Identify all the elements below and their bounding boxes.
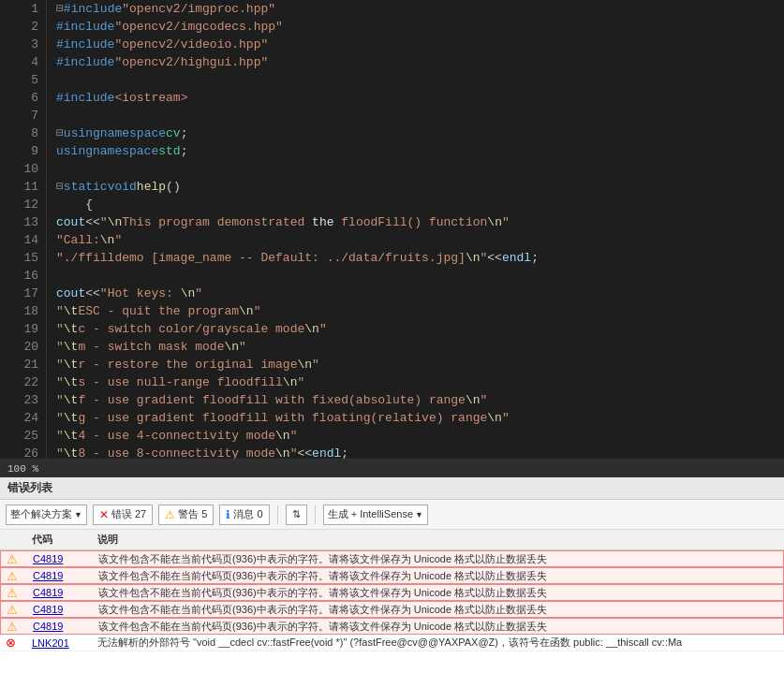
- build-selector[interactable]: 生成 + IntelliSense ▼: [323, 505, 428, 525]
- line-num-12: 12: [10, 196, 38, 213]
- info-count-label: 消息 0: [233, 507, 262, 521]
- build-chevron-icon: ▼: [415, 510, 423, 519]
- line-num-2: 2: [10, 18, 38, 36]
- code-line-18: "\tESC - quit the program\n": [56, 302, 784, 320]
- error-panel-header: 错误列表: [0, 477, 784, 500]
- scope-chevron-icon: ▼: [74, 510, 82, 519]
- line-num-3: 3: [10, 36, 38, 53]
- info-filter-button[interactable]: ℹ 消息 0: [219, 505, 269, 525]
- code-content[interactable]: ⊟#include "opencv2/imgproc.hpp" #include…: [47, 0, 784, 459]
- line-num-10: 10: [10, 160, 38, 178]
- code-line-26: "\t8 - use 8-connectivity mode\n" << end…: [56, 445, 784, 459]
- code-line-17: cout << "Hot keys: \n": [56, 285, 784, 302]
- line-num-21: 21: [10, 356, 38, 373]
- error-row-4[interactable]: ⚠ C4819 该文件包含不能在当前代码页(936)中表示的字符。请将该文件保存…: [0, 601, 784, 618]
- row6-icon: ⊗: [0, 636, 28, 650]
- code-editor: 1 2 3 4 5 6 7 8 9 10 11 12 13 14 15 16 1…: [0, 0, 784, 477]
- line-num-19: 19: [10, 320, 38, 338]
- line-num-14: 14: [10, 231, 38, 249]
- zoom-bar: 100 %: [0, 459, 784, 477]
- row1-desc: 该文件包含不能在当前代码页(936)中表示的字符。请将该文件保存为 Unicod…: [95, 552, 783, 566]
- line-num-15: 15: [10, 249, 38, 267]
- code-line-23: "\tf - use gradient floodfill with fixed…: [56, 391, 784, 409]
- row2-code[interactable]: C4819: [29, 570, 95, 581]
- error-panel: 错误列表 整个解决方案 ▼ ✕ 错误 27 ⚠ 警告 5 ℹ 消息 0 ⇅ 生成…: [0, 477, 784, 673]
- line-num-18: 18: [10, 302, 38, 320]
- row5-code[interactable]: C4819: [29, 621, 95, 632]
- info-icon: ℹ: [226, 508, 230, 521]
- warning-filter-button[interactable]: ⚠ 警告 5: [158, 505, 214, 525]
- row3-code[interactable]: C4819: [29, 587, 95, 598]
- line-num-5: 5: [10, 71, 38, 89]
- line-num-13: 13: [10, 213, 38, 231]
- code-line-5: [56, 71, 784, 89]
- row4-code[interactable]: C4819: [29, 604, 95, 615]
- row5-desc: 该文件包含不能在当前代码页(936)中表示的字符。请将该文件保存为 Unicod…: [95, 620, 783, 634]
- code-line-15: "./ffilldemo [image_name -- Default: ../…: [56, 249, 784, 267]
- col-code-header: 代码: [28, 533, 94, 547]
- code-line-25: "\t4 - use 4-connectivity mode\n": [56, 427, 784, 445]
- line-num-24: 24: [10, 409, 38, 427]
- error-filter-button[interactable]: ✕ 错误 27: [93, 505, 153, 525]
- code-line-20: "\tm - switch mask mode\n": [56, 338, 784, 356]
- code-line-14: "Call:\n": [56, 231, 784, 249]
- col-desc-header: 说明: [94, 533, 784, 547]
- line-num-20: 20: [10, 338, 38, 356]
- line-num-1: 1: [10, 0, 38, 18]
- line-num-4: 4: [10, 53, 38, 71]
- line-num-17: 17: [10, 285, 38, 302]
- toolbar-separator-2: [315, 505, 316, 524]
- line-num-23: 23: [10, 391, 38, 409]
- error-icon: ✕: [99, 508, 109, 521]
- line-num-25: 25: [10, 427, 38, 445]
- error-row-6[interactable]: ⊗ LNK201 无法解析的外部符号 "void __cdecl cv::fas…: [0, 635, 784, 651]
- error-table: 代码 说明 ⚠ C4819 该文件包含不能在当前代码页(936)中表示的字符。请…: [0, 530, 784, 673]
- code-line-22: "\ts - use null-range floodfill\n": [56, 373, 784, 391]
- line-num-26: 26: [10, 445, 38, 459]
- error-table-header: 代码 说明: [0, 530, 784, 550]
- line-num-7: 7: [10, 107, 38, 124]
- code-line-7: [56, 107, 784, 124]
- error-row-3[interactable]: ⚠ C4819 该文件包含不能在当前代码页(936)中表示的字符。请将该文件保存…: [0, 584, 784, 601]
- row1-icon: ⚠: [1, 552, 29, 566]
- line-num-9: 9: [10, 142, 38, 160]
- row2-icon: ⚠: [1, 569, 29, 583]
- row4-desc: 该文件包含不能在当前代码页(936)中表示的字符。请将该文件保存为 Unicod…: [95, 603, 783, 617]
- row3-icon: ⚠: [1, 586, 29, 600]
- code-line-4: #include "opencv2/highgui.hpp": [56, 53, 784, 71]
- line-num-6: 6: [10, 89, 38, 107]
- code-line-3: #include "opencv2/videoio.hpp": [56, 36, 784, 53]
- code-line-1: ⊟#include "opencv2/imgproc.hpp": [56, 0, 784, 18]
- code-line-24: "\tg - use gradient floodfill with float…: [56, 409, 784, 427]
- row2-desc: 该文件包含不能在当前代码页(936)中表示的字符。请将该文件保存为 Unicod…: [95, 569, 783, 583]
- code-line-19: "\tc - switch color/grayscale mode\n": [56, 320, 784, 338]
- code-line-10: [56, 160, 784, 178]
- line-num-11: 11: [10, 178, 38, 196]
- row6-desc: 无法解析的外部符号 "void __cdecl cv::fastFree(voi…: [94, 636, 784, 650]
- line-numbers: 1 2 3 4 5 6 7 8 9 10 11 12 13 14 15 16 1…: [0, 0, 47, 459]
- error-row-1[interactable]: ⚠ C4819 该文件包含不能在当前代码页(936)中表示的字符。请将该文件保存…: [0, 550, 784, 567]
- code-container: 1 2 3 4 5 6 7 8 9 10 11 12 13 14 15 16 1…: [0, 0, 784, 459]
- code-line-16: [56, 267, 784, 285]
- row4-icon: ⚠: [1, 603, 29, 617]
- scope-selector[interactable]: 整个解决方案 ▼: [6, 505, 87, 525]
- warning-icon: ⚠: [165, 508, 175, 521]
- code-line-21: "\tr - restore the original image\n": [56, 356, 784, 373]
- code-line-2: #include "opencv2/imgcodecs.hpp": [56, 18, 784, 36]
- code-line-6: #include <iostream>: [56, 89, 784, 107]
- row5-icon: ⚠: [1, 620, 29, 634]
- code-line-11: ⊟static void help(): [56, 178, 784, 196]
- sort-icon-button[interactable]: ⇅: [286, 505, 307, 525]
- row1-code[interactable]: C4819: [29, 553, 95, 564]
- row6-code[interactable]: LNK201: [28, 637, 94, 649]
- error-row-2[interactable]: ⚠ C4819 该文件包含不能在当前代码页(936)中表示的字符。请将该文件保存…: [0, 567, 784, 584]
- line-num-16: 16: [10, 267, 38, 285]
- code-line-13: cout << "\nThis program demonstrated the…: [56, 213, 784, 231]
- scope-label: 整个解决方案: [10, 507, 72, 521]
- sort-icon: ⇅: [292, 508, 301, 520]
- build-label: 生成 + IntelliSense: [328, 507, 413, 521]
- row3-desc: 该文件包含不能在当前代码页(936)中表示的字符。请将该文件保存为 Unicod…: [95, 586, 783, 600]
- code-line-9: using namespace std;: [56, 142, 784, 160]
- zoom-level: 100 %: [7, 463, 38, 475]
- error-row-5[interactable]: ⚠ C4819 该文件包含不能在当前代码页(936)中表示的字符。请将该文件保存…: [0, 618, 784, 635]
